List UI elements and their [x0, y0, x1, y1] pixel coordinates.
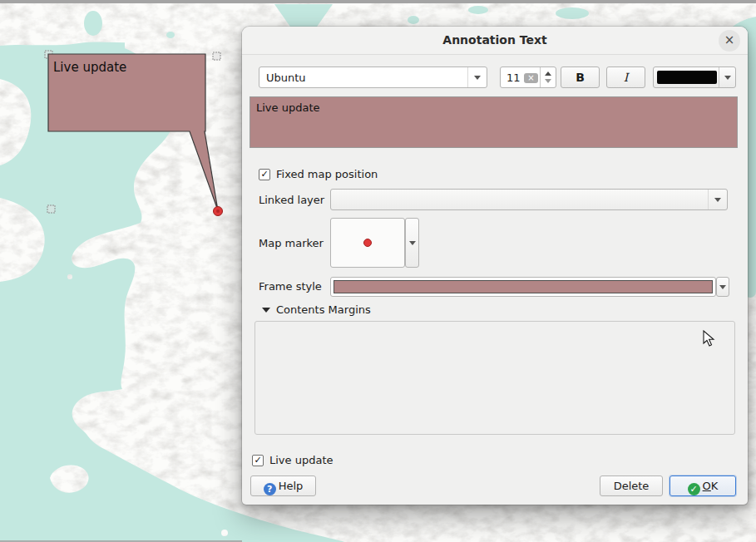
help-button[interactable]: ?Help — [250, 475, 316, 496]
chevron-down-icon — [719, 67, 735, 87]
clear-icon[interactable]: × — [524, 73, 538, 83]
collapse-arrow-icon[interactable] — [262, 308, 270, 313]
font-size-spin-buttons[interactable] — [540, 67, 556, 87]
ok-button-label: K — [711, 480, 719, 492]
dialog-title: Annotation Text — [242, 27, 748, 54]
ok-button-mnemonic: O — [703, 480, 711, 492]
bold-button[interactable]: B — [561, 67, 600, 88]
annotation-text-editor[interactable]: Live update — [250, 96, 738, 148]
mouse-cursor — [703, 330, 718, 347]
fixed-map-position-checkbox[interactable]: ✓ — [259, 169, 270, 180]
frame-style-label: Frame style — [259, 280, 322, 293]
chevron-down-icon — [467, 67, 487, 87]
italic-button[interactable]: I — [606, 67, 645, 88]
contents-margins-group: Top 0.20 mm × Left 0.00 mm Right 0.00 m — [254, 321, 735, 435]
font-family-value: Ubuntu — [266, 71, 306, 86]
qgis-map-window: Live update Annotation Text × Ubuntu 11 … — [0, 0, 756, 542]
window-top-edge — [0, 0, 756, 3]
ok-button[interactable]: ✓OK — [670, 475, 736, 496]
help-icon: ? — [264, 483, 276, 495]
fixed-map-position-label: Fixed map position — [276, 168, 378, 181]
marker-dot-icon — [363, 239, 372, 247]
map-marker-dropdown-button[interactable] — [405, 218, 419, 268]
ok-check-icon: ✓ — [688, 483, 700, 495]
annotation-text: Live update — [53, 60, 126, 75]
live-update-checkbox[interactable]: ✓ — [252, 455, 264, 466]
close-button[interactable]: × — [719, 30, 740, 52]
check-icon: ✓ — [254, 455, 261, 466]
delete-button[interactable]: Delete — [600, 475, 663, 496]
linked-layer-label: Linked layer — [259, 194, 324, 207]
font-size-value: 11 — [506, 71, 521, 86]
map-marker-symbol-button[interactable] — [330, 218, 405, 268]
chevron-down-icon — [708, 190, 727, 209]
dialog-titlebar[interactable]: Annotation Text × — [242, 27, 748, 55]
contents-margins-header[interactable]: Contents Margins — [276, 303, 371, 317]
frame-style-button[interactable] — [330, 277, 716, 297]
font-size-spinbox[interactable]: 11 × — [500, 67, 556, 88]
chevron-down-icon — [409, 241, 416, 245]
linked-layer-combobox[interactable] — [330, 189, 728, 210]
spin-down-icon — [545, 79, 551, 83]
live-update-label: Live update — [269, 454, 333, 467]
spin-up-icon — [545, 71, 551, 76]
frame-style-swatch — [334, 280, 713, 293]
map-marker-label: Map marker — [259, 237, 324, 250]
check-icon: ✓ — [260, 169, 268, 180]
chevron-down-icon — [719, 285, 726, 289]
font-color-button[interactable] — [653, 67, 736, 88]
annotation-map-marker[interactable] — [214, 207, 223, 216]
help-button-label: Help — [279, 480, 304, 492]
close-icon: × — [724, 32, 735, 47]
font-family-combobox[interactable]: Ubuntu — [259, 67, 487, 88]
font-color-swatch — [657, 71, 717, 84]
annotation-text-dialog: Annotation Text × Ubuntu 11 × B I Live u… — [242, 27, 748, 505]
frame-style-dropdown-button[interactable] — [716, 277, 729, 297]
